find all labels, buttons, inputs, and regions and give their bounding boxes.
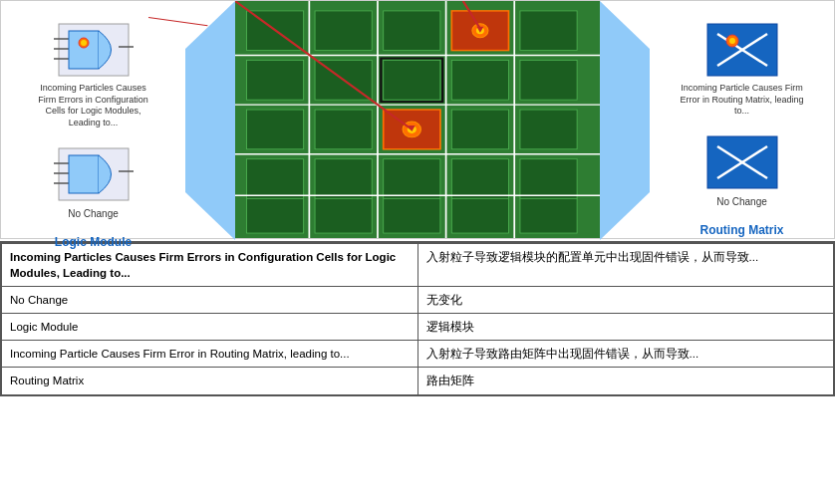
- routing-matrix-title: Routing Matrix: [700, 218, 784, 237]
- table-cell-en-2: No Change: [2, 287, 418, 314]
- left-panel: Incoming Particles Causes Firm Errors in…: [1, 1, 185, 238]
- table-cell-en-3: Logic Module: [2, 314, 418, 341]
- svg-rect-38: [520, 198, 577, 233]
- right-panel: Incoming Particle Causes Firm Error in R…: [650, 1, 834, 238]
- logic-module-bottom-wrapper: No Change: [54, 143, 134, 220]
- table-row: Incoming Particles Causes Firm Errors in…: [2, 244, 834, 287]
- svg-rect-35: [315, 198, 372, 233]
- svg-rect-27: [451, 110, 508, 149]
- table-cell-zh-2: 无变化: [418, 287, 834, 314]
- routing-module-bottom-wrapper: No Change: [702, 131, 782, 208]
- svg-point-7: [81, 40, 87, 46]
- svg-rect-37: [451, 198, 508, 233]
- svg-rect-23: [520, 61, 577, 101]
- center-fpga-panel: [235, 1, 600, 238]
- table-row: No Change 无变化: [2, 287, 834, 314]
- table-cell-zh-3: 逻辑模块: [418, 314, 834, 341]
- routing-module-top-wrapper: Incoming Particle Causes Firm Error in R…: [678, 19, 807, 118]
- logic-bottom-label: No Change: [68, 207, 119, 220]
- logic-icon-bottom: [54, 143, 134, 205]
- table-cell-en-1: Incoming Particles Causes Firm Errors in…: [2, 244, 418, 287]
- diagram-section: Incoming Particles Causes Firm Errors in…: [0, 0, 835, 239]
- table-row: Routing Matrix 路由矩阵: [2, 368, 834, 394]
- svg-rect-22: [451, 61, 508, 101]
- routing-icon-bottom: [702, 131, 782, 193]
- logic-top-label: Incoming Particles Causes Firm Errors in…: [34, 83, 153, 129]
- svg-rect-29: [246, 159, 303, 199]
- svg-rect-5: [69, 31, 99, 69]
- svg-rect-32: [451, 159, 508, 199]
- table-row: Incoming Particle Causes Firm Error in R…: [2, 341, 834, 368]
- routing-bottom-label: No Change: [716, 195, 767, 208]
- svg-rect-19: [246, 61, 303, 101]
- right-connector: [600, 1, 650, 240]
- svg-rect-30: [315, 159, 372, 199]
- svg-rect-18: [520, 11, 577, 51]
- left-connector: [185, 1, 235, 240]
- fpga-svg: [235, 1, 600, 238]
- table-cell-zh-1: 入射粒子导致逻辑模块的配置单元中出现固件错误，从而导致...: [418, 244, 834, 287]
- logic-icon-top: [54, 19, 134, 81]
- table-cell-zh-5: 路由矩阵: [418, 368, 834, 394]
- routing-top-label: Incoming Particle Causes Firm Error in R…: [678, 83, 807, 118]
- table-cell-en-5: Routing Matrix: [2, 368, 418, 394]
- svg-point-62: [729, 38, 735, 44]
- svg-rect-28: [520, 110, 577, 149]
- translation-table: Incoming Particles Causes Firm Errors in…: [0, 241, 835, 396]
- svg-rect-13: [69, 155, 99, 193]
- svg-rect-24: [246, 110, 303, 149]
- translation-table-inner: Incoming Particles Causes Firm Errors in…: [1, 243, 834, 395]
- table-row: Logic Module 逻辑模块: [2, 314, 834, 341]
- svg-rect-21: [384, 61, 440, 101]
- svg-rect-33: [520, 159, 577, 199]
- routing-icon-top: [702, 19, 782, 81]
- table-cell-en-4: Incoming Particle Causes Firm Error in R…: [2, 341, 418, 368]
- logic-module-top-wrapper: Incoming Particles Causes Firm Errors in…: [34, 19, 153, 129]
- svg-rect-34: [246, 198, 303, 233]
- svg-rect-16: [384, 11, 440, 51]
- main-container: Incoming Particles Causes Firm Errors in…: [0, 0, 835, 396]
- table-cell-zh-4: 入射粒子导致路由矩阵中出现固件错误，从而导致...: [418, 341, 834, 368]
- svg-rect-15: [315, 11, 372, 51]
- svg-rect-31: [384, 159, 440, 199]
- logic-module-title: Logic Module: [55, 230, 132, 249]
- svg-rect-36: [384, 198, 440, 233]
- svg-rect-25: [315, 110, 372, 149]
